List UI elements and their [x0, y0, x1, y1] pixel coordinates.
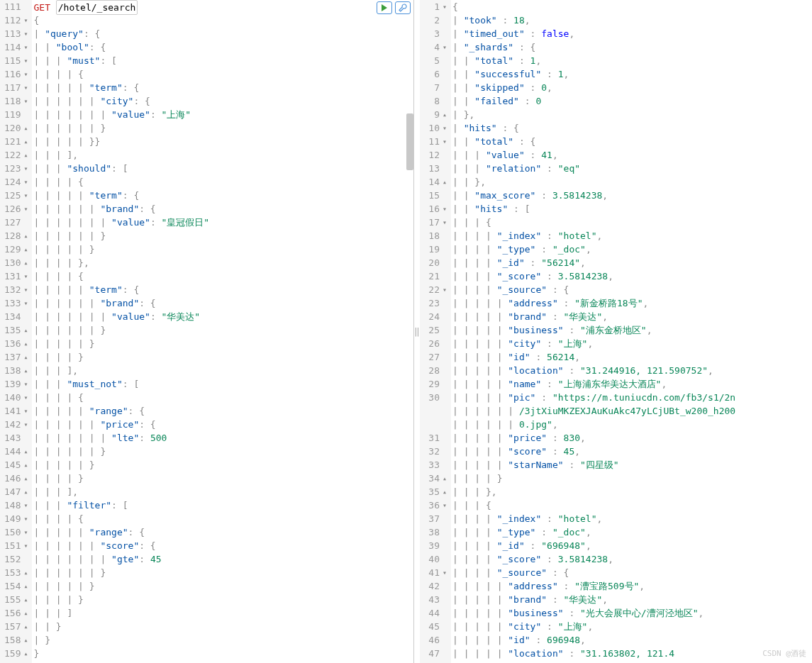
code-line[interactable]: | | | | | "address" : "新金桥路18号",: [452, 296, 812, 310]
code-line[interactable]: | | | | | }}: [33, 135, 413, 148]
fold-icon[interactable]: ▾: [441, 283, 447, 296]
fold-icon[interactable]: ▴: [22, 458, 28, 472]
fold-icon[interactable]: ▾: [441, 121, 447, 135]
run-button[interactable]: [377, 1, 392, 14]
fold-icon[interactable]: ▾: [22, 269, 28, 283]
code-line[interactable]: | | | | | }: [33, 243, 413, 256]
wrench-button[interactable]: [395, 1, 411, 14]
code-line[interactable]: | | | | | "address" : "漕宝路509号",: [452, 579, 812, 593]
code-line[interactable]: | | | | }: [33, 472, 413, 485]
fold-icon[interactable]: ▴: [22, 121, 28, 135]
fold-icon[interactable]: ▾: [441, 40, 447, 54]
code-line[interactable]: | | | | | | }: [33, 323, 413, 337]
code-line[interactable]: | "timed_out" : false,: [452, 27, 812, 40]
fold-icon[interactable]: ▴: [22, 633, 28, 647]
code-line[interactable]: | | | | | "term": {: [33, 81, 413, 94]
code-line[interactable]: | | | ],: [33, 485, 413, 498]
fold-icon[interactable]: ▾: [22, 13, 28, 27]
code-line[interactable]: | | | | "_source" : {: [452, 566, 812, 579]
fold-icon[interactable]: ▾: [22, 296, 28, 310]
code-line[interactable]: | "query": {: [33, 27, 413, 40]
fold-icon[interactable]: ▾: [22, 94, 28, 108]
code-line[interactable]: | | | | "_id" : "56214",: [452, 256, 812, 269]
code-line[interactable]: | }: [33, 633, 413, 647]
code-line[interactable]: | | | | "_type" : "_doc",: [452, 525, 812, 539]
fold-icon[interactable]: ▾: [22, 418, 28, 431]
code-line[interactable]: | | | | },: [33, 256, 413, 269]
fold-icon[interactable]: ▴: [441, 472, 447, 485]
code-line[interactable]: | | | | | | | "gte": 45: [33, 552, 413, 566]
code-line[interactable]: | | | | | | }: [33, 229, 413, 243]
fold-icon[interactable]: ▴: [22, 350, 28, 364]
code-line[interactable]: | | | "should": [: [33, 162, 413, 175]
fold-icon[interactable]: ▾: [22, 67, 28, 81]
fold-icon[interactable]: ▾: [22, 189, 28, 202]
code-line[interactable]: | | | | "_score" : 3.5814238,: [452, 552, 812, 566]
code-line[interactable]: | | | | | "price" : 830,: [452, 431, 812, 445]
code-line[interactable]: | | | | | "id" : 696948,: [452, 633, 812, 647]
code-line[interactable]: | | "total" : {: [452, 135, 812, 148]
fold-icon[interactable]: ▾: [441, 498, 447, 512]
code-line[interactable]: | | | | "_source" : {: [452, 283, 812, 296]
code-line[interactable]: | | | | | "range": {: [33, 404, 413, 418]
fold-icon[interactable]: ▾: [22, 202, 28, 216]
code-line[interactable]: | | "max_score" : 3.5814238,: [452, 189, 812, 202]
code-line[interactable]: | | "hits" : [: [452, 202, 812, 216]
code-line[interactable]: | | | | {: [33, 269, 413, 283]
fold-icon[interactable]: ▾: [22, 377, 28, 391]
fold-icon[interactable]: ▴: [22, 364, 28, 377]
code-line[interactable]: | | }: [33, 620, 413, 633]
code-line[interactable]: | | | | {: [33, 67, 413, 81]
fold-icon[interactable]: ▴: [22, 256, 28, 269]
fold-icon[interactable]: ▴: [22, 243, 28, 256]
fold-icon[interactable]: ▴: [441, 175, 447, 189]
code-line[interactable]: | | | | | | "city": {: [33, 94, 413, 108]
code-line[interactable]: | | | | | }: [33, 579, 413, 593]
fold-icon[interactable]: ▾: [441, 216, 447, 229]
code-line[interactable]: | | | | | | | "lte": 500: [33, 431, 413, 445]
fold-icon[interactable]: ▴: [22, 135, 28, 148]
code-line[interactable]: | | | | | "term": {: [33, 283, 413, 296]
code-line[interactable]: | "took" : 18,: [452, 13, 812, 27]
fold-icon[interactable]: ▴: [22, 229, 28, 243]
code-line[interactable]: | | | | | | | "value": "皇冠假日": [33, 216, 413, 229]
code-line[interactable]: | | | "value" : 41,: [452, 148, 812, 162]
code-line[interactable]: | | | | {: [33, 391, 413, 404]
fold-icon[interactable]: ▴: [22, 647, 28, 660]
code-line[interactable]: | | | | | "location" : "31.244916, 121.5…: [452, 364, 812, 377]
fold-icon[interactable]: ▴: [22, 323, 28, 337]
code-line[interactable]: | | },: [452, 175, 812, 189]
code-line[interactable]: | | | | | "starName" : "四星级": [452, 458, 812, 472]
fold-icon[interactable]: ▾: [441, 135, 447, 148]
code-line[interactable]: | | | | | | }: [33, 566, 413, 579]
code-line[interactable]: | | | | | "brand" : "华美达",: [452, 593, 812, 606]
code-line[interactable]: | | | | | | 0.jpg",: [452, 418, 812, 431]
request-scrollbar[interactable]: [406, 113, 413, 170]
fold-icon[interactable]: ▴: [22, 620, 28, 633]
code-line[interactable]: | | | | {: [33, 175, 413, 189]
fold-icon[interactable]: ▴: [22, 593, 28, 606]
code-line[interactable]: | | | | "_index" : "hotel",: [452, 229, 812, 243]
fold-icon[interactable]: ▾: [22, 512, 28, 525]
code-line[interactable]: | | | | | | "score": {: [33, 539, 413, 552]
code-line[interactable]: | | | | | }: [33, 458, 413, 472]
fold-icon[interactable]: ▾: [22, 162, 28, 175]
fold-icon[interactable]: ▾: [22, 40, 28, 54]
fold-icon[interactable]: ▴: [22, 337, 28, 350]
fold-icon[interactable]: ▴: [22, 485, 28, 498]
code-line[interactable]: | | | | | | | "value": "上海": [33, 108, 413, 121]
code-line[interactable]: | | "bool": {: [33, 40, 413, 54]
code-line[interactable]: | | | | "_score" : 3.5814238,: [452, 269, 812, 283]
code-line[interactable]: | | | "filter": [: [33, 498, 413, 512]
code-line[interactable]: | | | | | | "price": {: [33, 418, 413, 431]
fold-icon[interactable]: ▴: [441, 485, 447, 498]
code-line[interactable]: | | | | | | /3jtXiuMKZEXJAuKuAkc47yLCjUB…: [452, 404, 812, 418]
code-line[interactable]: }: [33, 647, 413, 660]
code-line[interactable]: | | | | "_index" : "hotel",: [452, 512, 812, 525]
code-line[interactable]: | | | | | "name" : "上海浦东华美达大酒店",: [452, 377, 812, 391]
code-line[interactable]: | | | | | "term": {: [33, 189, 413, 202]
code-line[interactable]: | | | {: [452, 498, 812, 512]
fold-icon[interactable]: ▾: [22, 54, 28, 67]
code-line[interactable]: {: [452, 0, 812, 13]
code-line[interactable]: | | | | | | "brand": {: [33, 296, 413, 310]
